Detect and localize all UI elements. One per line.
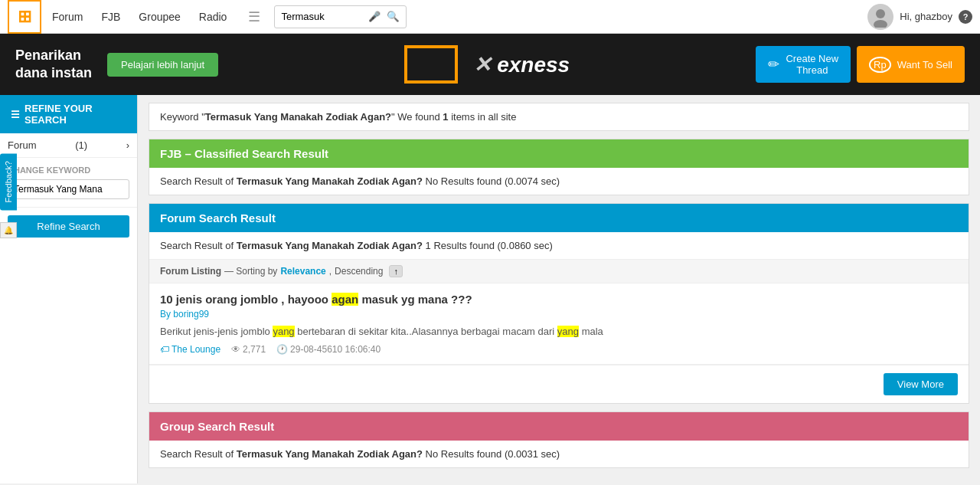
change-keyword-section: CHANGE KEYWORD <box>0 158 137 208</box>
user-area: Hi, ghazboy ? <box>867 4 972 30</box>
keyword-input[interactable] <box>8 179 129 199</box>
excerpt-mid: bertebaran di sekitar kita..Alasannya be… <box>295 326 557 337</box>
create-thread-button[interactable]: ✏ Create NewThread <box>756 46 851 83</box>
summary-count: 1 <box>443 111 448 123</box>
filter-arrow-icon: › <box>126 139 129 151</box>
post-title-after: masuk yg mana ??? <box>358 293 472 306</box>
post-title: 10 jenis orang jomblo , hayooo agan masu… <box>160 293 958 306</box>
excerpt-highlight2: yang <box>557 326 579 337</box>
search-button[interactable]: 🔍 <box>387 11 400 22</box>
content-area: Keyword "Termasuk Yang Manakah Zodiak Ag… <box>138 95 980 483</box>
fjb-section: FJB – Classified Search Result Search Re… <box>149 139 969 195</box>
post-title-highlight: agan <box>332 293 358 306</box>
top-nav: ⊞ Forum FJB Groupee Radio ☰ 🎤 🔍 Hi, ghaz… <box>0 0 980 34</box>
nav-forum[interactable]: Forum <box>52 11 83 23</box>
forum-section-body: Search Result of Termasuk Yang Manakah Z… <box>149 232 969 259</box>
natgeo-box <box>404 45 458 84</box>
forum-result-text: 1 Results found (0.0860 sec) <box>426 240 553 251</box>
excerpt-highlight1: yang <box>273 326 294 337</box>
banner-text: Penarikan dana instan <box>15 47 92 83</box>
fjb-section-body: Search Result of Termasuk Yang Manakah Z… <box>149 168 969 195</box>
svg-point-1 <box>874 20 887 28</box>
search-summary: Keyword "Termasuk Yang Manakah Zodiak Ag… <box>149 103 969 131</box>
logo-box[interactable]: ⊞ <box>8 0 41 34</box>
logo-icon: ⊞ <box>18 7 31 27</box>
filter-forum-item[interactable]: Forum (1) › <box>0 133 137 158</box>
fjb-result-text: No Results found (0.0074 sec) <box>426 175 560 187</box>
excerpt-before: Berikut jenis-jenis jomblo <box>160 326 273 337</box>
help-icon[interactable]: ? <box>959 10 972 24</box>
refine-search-button[interactable]: Refine Search <box>8 215 129 238</box>
group-section: Group Search Result Search Result of Ter… <box>149 411 969 468</box>
nav-radio[interactable]: Radio <box>199 11 227 23</box>
banner: Penarikan dana instan Pelajari lebih lan… <box>0 34 980 95</box>
post-title-before: 10 jenis orang jomblo , hayooo <box>160 293 332 306</box>
fjb-section-header: FJB – Classified Search Result <box>149 139 969 168</box>
listing-label: Forum Listing <box>160 266 221 277</box>
hamburger-icon: ☰ <box>11 109 20 120</box>
forum-post-0: 10 jenis orang jomblo , hayooo agan masu… <box>149 283 969 365</box>
post-by: By boring99 <box>160 309 958 320</box>
group-result-prefix: Search Result of <box>160 448 237 460</box>
refine-header: ☰ REFINE YOUR SEARCH <box>0 95 137 133</box>
user-greeting: Hi, ghazboy <box>900 11 952 22</box>
post-excerpt: Berikut jenis-jenis jomblo yang bertebar… <box>160 324 958 339</box>
post-time: 29-08-45610 16:06:40 <box>276 344 381 355</box>
forum-result-keyword: Termasuk Yang Manakah Zodiak Agan? <box>237 240 423 251</box>
view-more-button[interactable]: View More <box>884 373 958 395</box>
want-to-sell-label: Want To Sell <box>897 59 952 70</box>
main-layout: ☰ REFINE YOUR SEARCH Forum (1) › CHANGE … <box>0 95 980 483</box>
summary-prefix: Keyword " <box>160 111 205 123</box>
forum-result-prefix: Search Result of <box>160 240 237 251</box>
listing-dash: — Sorting by <box>224 266 277 277</box>
notification-badge[interactable]: 🔔 <box>0 222 17 238</box>
learn-more-button[interactable]: Pelajari lebih lanjut <box>107 53 218 77</box>
search-bar: 🎤 🔍 <box>274 5 407 28</box>
forum-section-header: Forum Search Result <box>149 204 969 232</box>
filter-forum-label: Forum <box>8 139 37 151</box>
banner-title: Penarikan dana instan <box>15 47 92 83</box>
search-input[interactable] <box>281 11 365 22</box>
forum-section: Forum Search Result Search Result of Ter… <box>149 203 969 404</box>
change-keyword-label: CHANGE KEYWORD <box>8 165 129 175</box>
fjb-result-keyword: Termasuk Yang Manakah Zodiak Agan? <box>237 175 423 187</box>
group-result-keyword: Termasuk Yang Manakah Zodiak Agan? <box>237 448 423 460</box>
group-result-text: No Results found (0.0031 sec) <box>426 448 560 460</box>
group-section-header: Group Search Result <box>149 412 969 441</box>
exness-logo: ✕ exness <box>473 52 570 77</box>
feedback-tab[interactable]: Feedback? <box>0 153 17 210</box>
group-section-body: Search Result of Termasuk Yang Manakah Z… <box>149 441 969 467</box>
post-views: 2,771 <box>231 344 266 355</box>
nav-right: Hi, ghazboy ? <box>867 4 972 30</box>
svg-point-0 <box>876 9 885 18</box>
forum-listing-bar: Forum Listing — Sorting by Relevance, De… <box>149 259 969 283</box>
filter-sidebar: ☰ REFINE YOUR SEARCH Forum (1) › CHANGE … <box>0 95 138 483</box>
fjb-result-prefix: Search Result of <box>160 175 237 187</box>
edit-icon: ✏ <box>768 56 779 73</box>
nav-separator: ☰ <box>248 8 260 25</box>
banner-logo: ✕ exness <box>234 45 740 84</box>
rp-icon: Rp <box>869 57 891 73</box>
view-more-bar: View More <box>149 365 969 403</box>
filter-forum-count: (1) <box>75 139 87 151</box>
post-meta: The Lounge 2,771 29-08-45610 16:06:40 <box>160 344 958 355</box>
banner-actions: ✏ Create NewThread Rp Want To Sell <box>756 46 965 83</box>
nav-fjb[interactable]: FJB <box>101 11 120 23</box>
refine-header-label: REFINE YOUR SEARCH <box>24 103 126 126</box>
sort-direction: Descending <box>335 266 383 277</box>
create-thread-label: Create NewThread <box>786 53 838 76</box>
mic-icon[interactable]: 🎤 <box>368 11 381 22</box>
nav-groupee[interactable]: Groupee <box>139 11 180 23</box>
sort-direction-button[interactable]: ↑ <box>389 265 403 277</box>
avatar <box>867 4 893 30</box>
excerpt-after: mala <box>579 326 603 337</box>
post-tag-link[interactable]: The Lounge <box>160 344 220 355</box>
summary-suffix: " We found <box>391 111 443 123</box>
summary-suffix2: items in all site <box>449 111 517 123</box>
nav-links: Forum FJB Groupee Radio ☰ <box>52 8 263 25</box>
want-to-sell-button[interactable]: Rp Want To Sell <box>857 46 965 83</box>
summary-keyword: Termasuk Yang Manakah Zodiak Agan? <box>205 111 391 123</box>
sort-link[interactable]: Relevance <box>280 266 325 277</box>
